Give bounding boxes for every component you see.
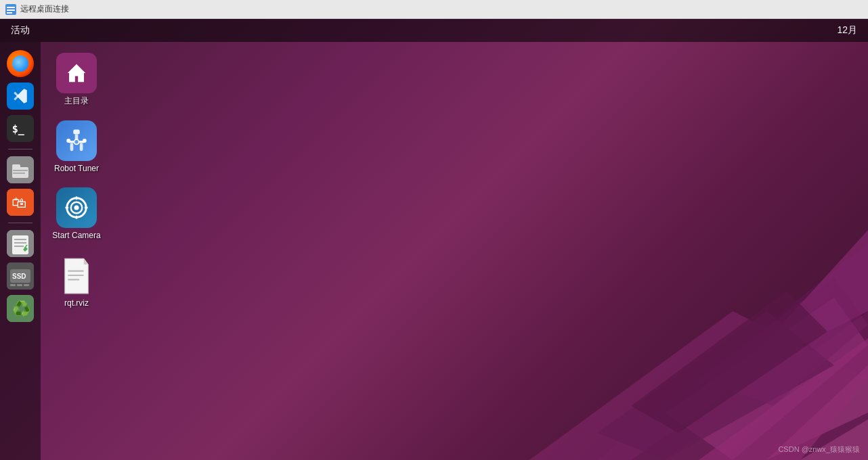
svg-text:🛍: 🛍	[12, 194, 26, 211]
svg-rect-36	[24, 284, 29, 286]
background-polygon	[394, 108, 868, 460]
svg-rect-59	[68, 279, 79, 280]
files-icon	[7, 156, 34, 183]
svg-rect-34	[10, 284, 16, 286]
svg-point-44	[74, 139, 79, 144]
dock-divider-2	[8, 223, 32, 223]
svg-rect-22	[13, 172, 25, 174]
titlebar-text: 远程桌面连接	[20, 3, 69, 15]
dock-item-appstore[interactable]: 🛍	[5, 187, 35, 217]
start-camera-icon-label: Start Camera	[52, 231, 100, 242]
svg-rect-41	[73, 129, 79, 134]
texteditor-icon	[7, 230, 34, 257]
robot-tuner-icon-image	[56, 120, 97, 161]
svg-text:SSD: SSD	[12, 273, 26, 280]
svg-rect-3	[7, 12, 12, 14]
svg-rect-27	[14, 239, 26, 240]
svg-rect-35	[17, 284, 22, 286]
svg-rect-28	[14, 242, 26, 244]
svg-point-52	[74, 206, 79, 210]
robot-tuner-icon-label: Robot Tuner	[54, 164, 99, 175]
dock-divider-1	[8, 149, 32, 150]
desktop-icon-start-camera[interactable]: Start Camera	[46, 183, 107, 246]
home-icon-label: 主目录	[64, 96, 89, 107]
svg-rect-2	[7, 9, 15, 11]
svg-point-48	[83, 139, 87, 143]
dock-item-ssd[interactable]: SSD	[5, 261, 35, 291]
desktop-icon-home[interactable]: 主目录	[46, 49, 107, 111]
dock-item-vscode[interactable]	[5, 81, 35, 111]
svg-rect-29	[14, 246, 24, 247]
appstore-icon: 🛍	[7, 189, 34, 216]
topbar: 活动 12月	[0, 19, 868, 42]
svg-rect-20	[12, 164, 20, 168]
dock: $_ 🛍	[0, 42, 41, 460]
svg-text:♻️: ♻️	[12, 300, 31, 318]
dock-item-terminal[interactable]: $_	[5, 114, 35, 143]
svg-rect-57	[68, 270, 84, 271]
dock-item-recycle[interactable]: ♻️	[5, 294, 35, 323]
watermark-text: CSDN @znwx_猿猿猴猿	[778, 445, 860, 453]
svg-rect-1	[7, 7, 15, 8]
vscode-icon	[7, 83, 34, 110]
activities-button[interactable]: 活动	[11, 24, 30, 37]
svg-rect-26	[12, 235, 28, 254]
dock-item-texteditor[interactable]	[5, 229, 35, 258]
svg-text:$_: $_	[12, 123, 25, 135]
terminal-icon: $_	[7, 115, 34, 142]
svg-rect-46	[80, 143, 83, 151]
watermark: CSDN @znwx_猿猿猴猿	[778, 444, 860, 455]
svg-rect-21	[13, 170, 28, 171]
recycle-icon: ♻️	[7, 295, 34, 322]
desktop-icon-rqt-rviz[interactable]: rqt.rviz	[46, 251, 107, 313]
svg-point-47	[66, 139, 70, 143]
rqt-rviz-icon-image	[56, 255, 97, 296]
firefox-icon	[7, 50, 34, 77]
svg-rect-45	[70, 143, 74, 151]
desktop: 活动 12月 $_	[0, 19, 868, 460]
window-icon	[5, 4, 16, 15]
svg-rect-58	[68, 275, 84, 276]
start-camera-icon-image	[56, 187, 97, 228]
dock-item-files[interactable]	[5, 155, 35, 185]
ssd-icon: SSD	[7, 262, 34, 290]
date-display: 12月	[837, 24, 857, 37]
rqt-rviz-icon-label: rqt.rviz	[64, 298, 89, 309]
home-icon-image	[56, 53, 97, 93]
dock-item-firefox[interactable]	[5, 49, 35, 78]
desktop-icon-robot-tuner[interactable]: Robot Tuner	[46, 116, 107, 179]
titlebar: 远程桌面连接	[0, 0, 868, 19]
desktop-icons-area: 主目录	[46, 42, 107, 318]
